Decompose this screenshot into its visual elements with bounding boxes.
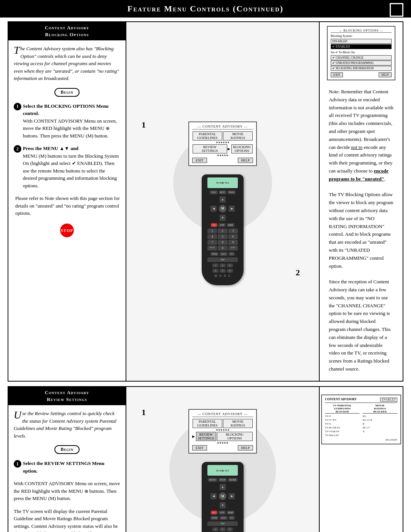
begin-badge-row-2: Begin (14, 444, 120, 455)
remote-pip[interactable]: PIP (207, 257, 238, 262)
encode-prog-bold: encode programs to be "unrated" (329, 168, 389, 182)
rs-cols: TV PARENTALGUIDELINESBLOCKED TV-Y TV-Y7 … (325, 404, 397, 437)
intro-body-review: se the Review Settings control to quickl… (14, 411, 116, 439)
dpad-down[interactable]: ▼ (220, 215, 226, 221)
rs-footer: M to EXIT (325, 438, 397, 441)
remote-pip2-num2[interactable]: 2 (220, 527, 226, 531)
remote-num-5[interactable]: 5 (218, 234, 227, 239)
step2-review-detail: The TV screen will display the current P… (14, 508, 120, 532)
remote-btn-stop[interactable]: STP (218, 223, 225, 227)
dot2 (218, 142, 220, 143)
remote-pip-2[interactable]: PIP (207, 521, 238, 526)
remote-control-1[interactable]: PLAY▶ STA VOL REV FWD ▲ ▼ ◀ ▶ M (202, 174, 244, 285)
remote-pip-num5[interactable]: 5 (220, 269, 226, 273)
dpad-left[interactable]: ◀ (210, 206, 217, 212)
remote-mid-2[interactable]: STP (218, 511, 225, 514)
remote-num-7[interactable]: 7 (207, 240, 217, 245)
remote-pip-num4[interactable]: 4 (212, 269, 218, 273)
remote-pwr-2[interactable]: PWR (210, 516, 218, 520)
remote-screen: PLAY▶ STA (207, 177, 238, 188)
remote-num-last[interactable]: LST (228, 246, 238, 251)
drop-cap-u: U (14, 410, 21, 420)
bs-set-label: Set ✔ To Block On: (331, 51, 392, 54)
remote-btn-mute[interactable]: MU (211, 223, 218, 227)
remote-red-2[interactable]: MU (211, 511, 218, 514)
num-label-2: 2 (296, 268, 300, 278)
remote-acc-2[interactable]: ACC (220, 516, 227, 520)
remote-dpad-2: ▲ ▼ ◀ ▶ M (210, 484, 235, 508)
remote-num-1[interactable]: 1 (207, 228, 217, 233)
remote-pip2-num1[interactable]: 1 (212, 527, 218, 531)
dot11 (226, 155, 228, 156)
remote-num-9[interactable]: 9 (228, 240, 238, 245)
remote-pip-num1[interactable]: 1 (212, 264, 218, 267)
header-box (390, 3, 403, 17)
rs-col-parental: TV PARENTALGUIDELINESBLOCKED TV-Y TV-Y7 … (325, 404, 360, 437)
sm-btn-review-2: REVIEWSETTINGS (196, 432, 216, 441)
dot-g (217, 442, 219, 444)
dpad-center-m[interactable]: M (219, 205, 226, 212)
sm-exit-1: EXIT (192, 158, 207, 163)
remote-btn-mute-2[interactable]: MUTE (208, 478, 217, 482)
note-text-blocking: Note: Remember that Content Advisory dat… (323, 84, 399, 377)
rs-item-pg13: PG-13 X (363, 418, 397, 422)
sm-help-2: HELP (238, 445, 253, 451)
dpad-up-2[interactable]: ▲ (220, 484, 226, 490)
remote-btn-bump[interactable]: BMP (227, 223, 235, 227)
remote-pip-row-2: 1 2 3 (212, 527, 233, 531)
sm-btn-movie-2: MOVIERATINGS (223, 419, 253, 428)
center-panel-blocking: — CONTENT ADVISORY — PARENTALGUIDELINES … (126, 22, 319, 381)
rs-item-r: R (363, 422, 397, 426)
remote-num-2[interactable]: 2 (218, 228, 227, 233)
dpad-down-2[interactable]: ▼ (220, 502, 226, 508)
dpad-up[interactable]: ▲ (220, 197, 226, 203)
rs-item-x: X (363, 430, 397, 433)
remote-btn-vol[interactable]: VOL (210, 190, 217, 194)
bs-enabled: ✔ ENABLED (331, 44, 392, 49)
remote-pip-num3[interactable]: 3 (227, 264, 233, 267)
rs-item-tvma: TV-MA LSV (325, 433, 360, 437)
sm-btn-blocking-2: BLOCKINGOPTIONS (217, 432, 253, 441)
dpad-center-m-2[interactable]: M (219, 492, 226, 500)
remote-num-0[interactable]: 0 (218, 246, 227, 251)
dpad-right[interactable]: ▶ (229, 206, 235, 212)
arrow-right-icon-2: ▶ (192, 435, 195, 438)
right-panel-blocking: — BLOCKING OPTIONS — Blocking System: DI… (319, 22, 403, 381)
remote-btn-rev[interactable]: REV (219, 190, 226, 194)
remote-mid-btns: MU STP BMP (211, 223, 235, 227)
drop-cap-t: T (14, 45, 20, 56)
dpad-right-2[interactable]: ▶ (229, 493, 235, 499)
remote-btn-bump-2[interactable]: BUMP (228, 478, 237, 482)
rs-item-tvg: TV-G (325, 422, 360, 426)
step1-review-detail: With CONTENT ADVISORY Menu on screen, mo… (14, 480, 120, 502)
remote-bmp-2[interactable]: BMP (227, 511, 235, 514)
sm-dots-1 (192, 142, 253, 143)
step2-detail1: MENU (M) buttons to turn the Blocking Sy… (23, 153, 119, 189)
remote-num-8[interactable]: 8 (218, 240, 227, 245)
stop-badge-1: STOP (60, 224, 74, 237)
remote-num-6[interactable]: 6 (228, 234, 238, 239)
remote-btn-pwr[interactable]: PWR (210, 252, 218, 256)
blocking-options-screen: — BLOCKING OPTIONS — Blocking System: DI… (327, 26, 395, 80)
note-para1: Note: Remember that Content Advisory dat… (329, 88, 393, 183)
sm-footer-1: EXIT HELP (192, 158, 253, 163)
remote-control-2[interactable]: PLAY▶ STA MUTE STOP BUMP ▲ ▼ ◀ ▶ M (202, 462, 244, 532)
section-title-blocking: Content Advisory Blocking Options (8, 22, 126, 40)
remote-pip-num2[interactable]: 2 (220, 264, 226, 267)
dot3 (221, 142, 222, 143)
bs-disabled: DISABLED (331, 39, 392, 44)
remote-pip2-num3[interactable]: 3 (227, 527, 233, 531)
remote-btn-fwd[interactable]: FWD (228, 190, 236, 194)
remote-num-tv-vcr[interactable]: TV/V (207, 246, 217, 251)
section-review: Content Advisory Review Settings U se th… (8, 386, 403, 532)
remote-btn-tv[interactable]: TV (229, 252, 235, 256)
remote-btn-stop-2[interactable]: STOP (218, 478, 227, 482)
remote-btn-acc[interactable]: ACC (220, 252, 227, 256)
rs-header: CONTENT ADVISORY ENABLED (325, 398, 397, 403)
remote-num-3[interactable]: 3 (228, 228, 238, 233)
remote-num-4[interactable]: 4 (207, 234, 217, 239)
remote-pip-num6[interactable]: 6 (227, 269, 233, 273)
remote-screen-label: PLAY▶ STA (216, 181, 229, 184)
dpad-left-2[interactable]: ◀ (210, 493, 217, 499)
remote-tv-2[interactable]: TV (229, 516, 235, 520)
